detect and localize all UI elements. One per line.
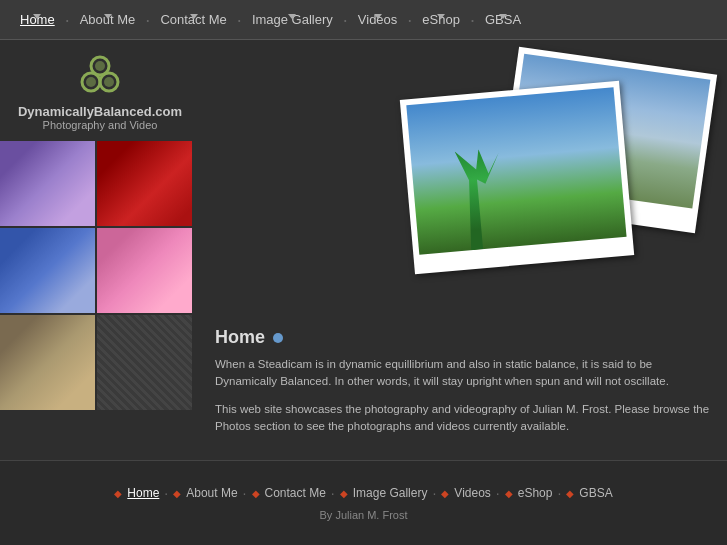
photo-purple-flower [0, 141, 95, 226]
bottom-arrow-gallery: ◆ [340, 488, 348, 499]
site-title: DynamicallyBalanced.com [18, 104, 182, 119]
top-navigation: Home · About Me · Contact Me · Image Gal… [0, 0, 727, 40]
sidebar: DynamicallyBalanced.com Photography and … [0, 40, 200, 460]
svg-point-5 [104, 77, 114, 87]
nav-videos[interactable]: Videos [348, 12, 408, 27]
content-text: Home When a Steadicam is in dynamic equi… [210, 322, 717, 450]
bottom-sep-4: · [432, 485, 436, 501]
photo-pattern-strip [97, 315, 192, 410]
photo-statue [0, 315, 95, 410]
nav-about-arrow [104, 14, 112, 19]
bottom-nav-contact[interactable]: Contact Me [265, 486, 326, 500]
nav-gbsa[interactable]: GBSA [475, 12, 531, 27]
bottom-arrow-eshop: ◆ [505, 488, 513, 499]
svg-point-4 [86, 77, 96, 87]
bottom-arrow-about: ◆ [173, 488, 181, 499]
bottom-about-label: About Me [186, 486, 237, 500]
polaroid-palmtrees [400, 81, 634, 275]
logo-icon [75, 50, 125, 100]
content-paragraph-1: When a Steadicam is in dynamic equillibr… [215, 356, 712, 391]
center-area: Home When a Steadicam is in dynamic equi… [200, 40, 727, 460]
bottom-arrow-contact: ◆ [252, 488, 260, 499]
content-paragraph-2: This web site showcases the photography … [215, 401, 712, 436]
main-content-area: DynamicallyBalanced.com Photography and … [0, 40, 727, 460]
bottom-gallery-label: Image Gallery [353, 486, 428, 500]
bottom-sep-6: · [557, 485, 561, 501]
nav-gbsa-arrow [499, 14, 507, 19]
bottom-sep-5: · [496, 485, 500, 501]
nav-eshop-arrow [437, 14, 445, 19]
nav-about-me[interactable]: About Me [70, 12, 146, 27]
bottom-area: ◆ Home · ◆ About Me · ◆ Contact Me · ◆ I… [0, 460, 727, 545]
photo-pink-drops [97, 228, 192, 313]
nav-home[interactable]: Home [10, 12, 65, 27]
photo-red-petal [97, 141, 192, 226]
nav-eshop[interactable]: eShop [412, 12, 470, 27]
nav-contact[interactable]: Contact Me [150, 12, 236, 27]
nav-videos-arrow [374, 14, 382, 19]
content-body: When a Steadicam is in dynamic equillibr… [215, 356, 712, 435]
nav-gallery-arrow [288, 14, 296, 19]
nav-contact-arrow [190, 14, 198, 19]
nav-home-arrow [33, 14, 41, 19]
bottom-nav-videos[interactable]: Videos [454, 486, 490, 500]
bottom-navigation: ◆ Home · ◆ About Me · ◆ Contact Me · ◆ I… [114, 485, 612, 501]
bottom-contact-label: Contact Me [265, 486, 326, 500]
bottom-videos-label: Videos [454, 486, 490, 500]
title-dot-icon [273, 333, 283, 343]
nav-gallery[interactable]: Image Gallery [242, 12, 343, 27]
bottom-nav-gallery[interactable]: Image Gallery [353, 486, 428, 500]
bottom-home-label: Home [127, 486, 159, 500]
bottom-arrow-home: ◆ [114, 488, 122, 499]
bottom-arrow-videos: ◆ [441, 488, 449, 499]
bottom-nav-home[interactable]: Home [127, 486, 159, 500]
bottom-sep-2: · [243, 485, 247, 501]
bottom-nav-eshop[interactable]: eShop [518, 486, 553, 500]
bottom-nav-gbsa[interactable]: GBSA [579, 486, 612, 500]
polaroid-palmtrees-image [406, 87, 626, 255]
content-title-text: Home [215, 327, 265, 348]
bottom-eshop-label: eShop [518, 486, 553, 500]
photo-blue-flower [0, 228, 95, 313]
logo-area: DynamicallyBalanced.com Photography and … [0, 40, 200, 136]
attribution: By Julian M. Frost [319, 509, 407, 521]
bottom-gbsa-label: GBSA [579, 486, 612, 500]
site-subtitle: Photography and Video [43, 119, 158, 131]
bottom-nav-about[interactable]: About Me [186, 486, 237, 500]
bottom-sep-1: · [164, 485, 168, 501]
bottom-arrow-gbsa: ◆ [566, 488, 574, 499]
svg-point-3 [95, 61, 105, 71]
bottom-sep-3: · [331, 485, 335, 501]
content-title: Home [215, 327, 712, 348]
photo-grid [0, 141, 200, 412]
